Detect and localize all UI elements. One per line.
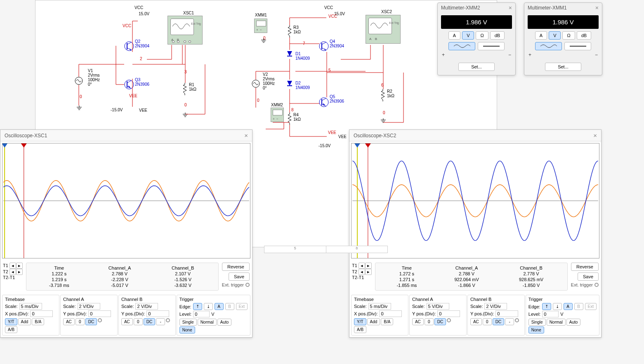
chb-dc[interactable]: DC [144, 318, 155, 325]
chb-port[interactable] [166, 318, 170, 322]
yt-button[interactable]: Y/T [354, 318, 366, 325]
chb-neg[interactable]: - [505, 318, 514, 325]
chb-scale-input[interactable] [135, 303, 158, 310]
mm1-ac-button[interactable] [535, 42, 562, 50]
trg-auto[interactable]: Auto [566, 319, 581, 326]
cha-ypos-input[interactable] [437, 310, 460, 317]
close-icon[interactable]: × [509, 5, 512, 11]
edge-fall[interactable]: ⤓ [553, 303, 562, 310]
trg-normal[interactable]: Normal [198, 319, 217, 326]
t1-right[interactable]: ▸ [16, 263, 23, 269]
ext-trigger-port[interactable] [245, 283, 250, 287]
chb-port[interactable] [515, 318, 519, 322]
mm2-mode-ohm[interactable]: Ω [476, 31, 488, 40]
close-icon[interactable]: × [595, 5, 599, 11]
save-button[interactable]: Save [229, 272, 250, 281]
chb-dc[interactable]: DC [493, 318, 504, 325]
mm2-ac-button[interactable] [448, 42, 475, 50]
cha-scale-input[interactable] [427, 303, 449, 310]
mm1-mode-v[interactable]: V [549, 31, 561, 40]
tb-xpos-input[interactable] [30, 310, 53, 317]
chb-ac[interactable]: AC [121, 318, 133, 325]
trg-single[interactable]: Single [528, 319, 546, 326]
chb-ac[interactable]: AC [470, 318, 482, 325]
ba-button[interactable]: B/A [32, 318, 44, 325]
ext-trigger-port[interactable] [594, 283, 599, 287]
multimeter-xmm2-icon[interactable] [271, 108, 284, 122]
mm2-set-button[interactable]: Set... [458, 63, 495, 71]
mm1-mode-a[interactable]: A [535, 31, 547, 40]
trg-src-ext[interactable]: Ext [236, 303, 248, 310]
yt-button[interactable]: Y/T [5, 318, 17, 325]
mm2-mode-a[interactable]: A [448, 31, 460, 40]
t1-left[interactable]: ◂ [9, 263, 16, 269]
trg-src-b[interactable]: B [225, 303, 234, 310]
save-button[interactable]: Save [578, 272, 599, 281]
trg-none[interactable]: None [528, 326, 544, 333]
trg-single[interactable]: Single [179, 319, 197, 326]
multimeter-xmm1-icon[interactable] [254, 19, 267, 33]
cha-port[interactable] [98, 318, 102, 322]
trg-level-input[interactable] [193, 311, 210, 317]
xsc1-plot[interactable] [2, 143, 250, 258]
trg-normal[interactable]: Normal [547, 319, 566, 326]
cha-ypos-input[interactable] [88, 310, 111, 317]
cha-0[interactable]: 0 [75, 318, 85, 325]
reverse-button[interactable]: Reverse [571, 263, 599, 271]
t2-left[interactable]: ◂ [9, 269, 16, 275]
mm1-mode-db[interactable]: dB [577, 31, 591, 40]
chb-scale-input[interactable] [484, 303, 507, 310]
trg-none[interactable]: None [179, 326, 195, 333]
mm2-mode-db[interactable]: dB [490, 31, 505, 40]
oscilloscope-xsc2-window[interactable]: Oscilloscope-XSC2× T1 ◂▸ T2 ◂▸ T2-T1 Tim… [349, 129, 602, 338]
close-icon[interactable]: × [593, 132, 597, 139]
trg-src-b[interactable]: B [574, 303, 583, 310]
chb-ypos-input[interactable] [495, 310, 518, 317]
chb-neg[interactable]: - [156, 318, 165, 325]
cha-scale-input[interactable] [78, 303, 100, 310]
ab-button[interactable]: A/B [5, 326, 17, 333]
ba-button[interactable]: B/A [381, 318, 393, 325]
ab-button[interactable]: A/B [354, 326, 366, 333]
cha-ac[interactable]: AC [412, 318, 424, 325]
add-button[interactable]: Add [18, 318, 31, 325]
edge-rise[interactable]: ⤒ [542, 303, 551, 310]
cha-dc[interactable]: DC [85, 318, 97, 325]
multimeter-xmm1-window[interactable]: Multimeter-XMM1× 1.986 V A V Ω dB +− Set… [524, 2, 602, 75]
cha-port[interactable] [447, 318, 451, 322]
t2-right[interactable]: ▸ [16, 269, 23, 275]
cha-ac[interactable]: AC [63, 318, 75, 325]
add-button[interactable]: Add [367, 318, 380, 325]
t1-right[interactable]: ▸ [365, 263, 372, 269]
edge-rise[interactable]: ⤒ [193, 303, 202, 310]
tb-xpos-input[interactable] [379, 310, 402, 317]
oscilloscope-xsc2-icon[interactable]: Ext Trig [366, 15, 401, 44]
t2-right[interactable]: ▸ [365, 269, 372, 275]
t2-left[interactable]: ◂ [359, 269, 365, 275]
xsc2-plot[interactable] [351, 143, 599, 258]
tb-scale-input[interactable] [19, 303, 42, 310]
oscilloscope-xsc1-window[interactable]: Oscilloscope-XSC1× T1 ◂▸ T2 ◂▸ T2-T1 Tim… [0, 129, 252, 338]
mm1-mode-ohm[interactable]: Ω [562, 31, 575, 40]
mm2-mode-v[interactable]: V [462, 31, 474, 40]
chb-ypos-input[interactable] [146, 310, 169, 317]
oscilloscope-xsc1-icon[interactable]: Ext Trig [167, 16, 203, 45]
chb-0[interactable]: 0 [134, 318, 143, 325]
close-icon[interactable]: × [244, 132, 248, 139]
chb-0[interactable]: 0 [483, 318, 492, 325]
mm1-dc-button[interactable] [564, 42, 591, 50]
t1-left[interactable]: ◂ [359, 263, 365, 269]
reverse-button[interactable]: Reverse [222, 263, 250, 271]
mm1-set-button[interactable]: Set... [545, 63, 581, 71]
trg-src-a[interactable]: A [215, 303, 224, 310]
multimeter-xmm2-window[interactable]: Multimeter-XMM2× 1.986 V A V Ω dB +− Set… [437, 2, 516, 75]
edge-fall[interactable]: ⤓ [204, 303, 213, 310]
trg-level-input[interactable] [542, 311, 559, 317]
cha-dc[interactable]: DC [434, 318, 446, 325]
cha-0[interactable]: 0 [425, 318, 434, 325]
trg-auto[interactable]: Auto [217, 319, 232, 326]
trg-src-a[interactable]: A [564, 303, 573, 310]
tb-scale-input[interactable] [368, 303, 391, 310]
mm2-dc-button[interactable] [478, 42, 505, 50]
trg-src-ext[interactable]: Ext [585, 303, 597, 310]
